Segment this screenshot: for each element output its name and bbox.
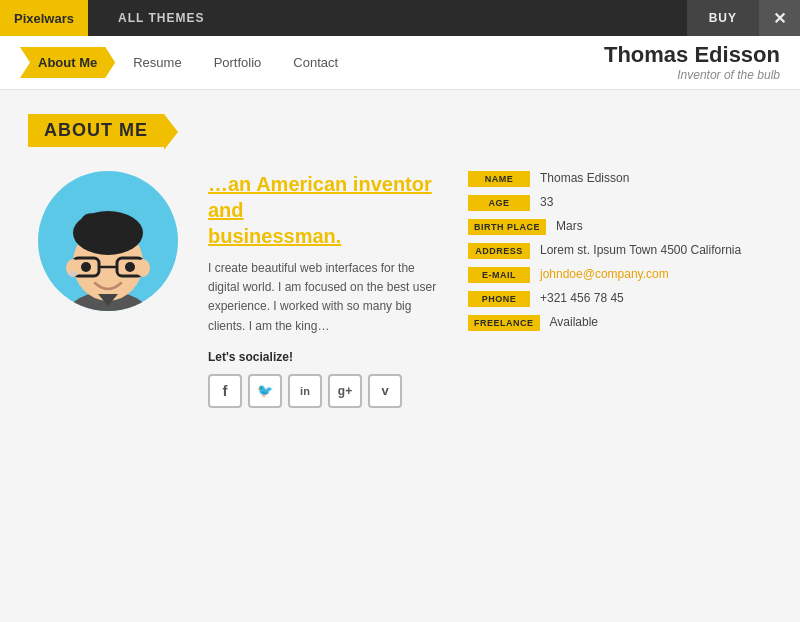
svg-point-10	[125, 262, 135, 272]
brand-logo[interactable]: Pixelwars	[0, 0, 88, 36]
info-value-birthplace: Mars	[556, 219, 583, 233]
top-bar-right: BUY ✕	[687, 0, 800, 36]
info-label-e-mail: E-MAIL	[468, 267, 530, 283]
avatar-svg	[43, 181, 173, 311]
google-plus-icon[interactable]: g+	[328, 374, 362, 408]
tab-resume[interactable]: Resume	[117, 47, 197, 78]
info-value-e-mail: johndoe@company.com	[540, 267, 669, 281]
person-name: Thomas Edisson	[604, 43, 780, 67]
close-button[interactable]: ✕	[759, 0, 800, 36]
info-value-freelance: Available	[550, 315, 598, 329]
tab-contact[interactable]: Contact	[277, 47, 354, 78]
top-bar: Pixelwars ALL THEMES BUY ✕	[0, 0, 800, 36]
info-table: NAMEThomas EdissonAGE33BIRTH PLACEMarsAD…	[468, 171, 741, 408]
linkedin-icon[interactable]: in	[288, 374, 322, 408]
bio-headline-prefix: …an American inventor and	[208, 173, 432, 221]
svg-point-12	[136, 259, 150, 277]
info-value-address: Lorem st. Ipsum Town 4500 California	[540, 243, 741, 257]
avatar-wrap	[28, 171, 188, 408]
info-row: ADDRESSLorem st. Ipsum Town 4500 Califor…	[468, 243, 741, 259]
svg-point-9	[81, 262, 91, 272]
info-row: AGE33	[468, 195, 741, 211]
info-row: BIRTH PLACEMars	[468, 219, 741, 235]
buy-button[interactable]: BUY	[687, 0, 759, 36]
info-value-phone: +321 456 78 45	[540, 291, 624, 305]
nav-tabs: About Me Resume Portfolio Contact	[20, 47, 354, 78]
content-area: ABOUT ME	[0, 90, 800, 622]
socialize-label: Let's socialize!	[208, 350, 448, 364]
brand-text: Pixelwars	[14, 11, 74, 26]
avatar-circle	[38, 171, 178, 311]
bio-paragraph: I create beautiful web interfaces for th…	[208, 259, 448, 336]
vimeo-icon[interactable]: v	[368, 374, 402, 408]
person-subtitle: Inventor of the bulb	[604, 68, 780, 82]
all-themes-link[interactable]: ALL THEMES	[88, 11, 234, 25]
social-icons: f 🐦 in g+ v	[208, 374, 448, 408]
about-body: …an American inventor and businessman. I…	[28, 171, 772, 408]
person-info: Thomas Edisson Inventor of the bulb	[604, 43, 780, 81]
main-nav: About Me Resume Portfolio Contact Thomas…	[0, 36, 800, 90]
top-bar-left: Pixelwars ALL THEMES	[0, 0, 234, 36]
info-row: NAMEThomas Edisson	[468, 171, 741, 187]
section-title: ABOUT ME	[28, 114, 164, 147]
info-label-name: NAME	[468, 171, 530, 187]
bio-headline-highlight: businessman.	[208, 225, 341, 247]
info-label-phone: PHONE	[468, 291, 530, 307]
info-row: FREELANCEAvailable	[468, 315, 741, 331]
info-row: E-MAILjohndoe@company.com	[468, 267, 741, 283]
info-label-address: ADDRESS	[468, 243, 530, 259]
bio-section: …an American inventor and businessman. I…	[208, 171, 448, 408]
svg-point-13	[70, 271, 76, 277]
tab-about-me[interactable]: About Me	[20, 47, 115, 78]
info-label-age: AGE	[468, 195, 530, 211]
info-value-name: Thomas Edisson	[540, 171, 629, 185]
tab-portfolio[interactable]: Portfolio	[198, 47, 278, 78]
info-value-age: 33	[540, 195, 553, 209]
facebook-icon[interactable]: f	[208, 374, 242, 408]
info-label-birthplace: BIRTH PLACE	[468, 219, 546, 235]
info-row: PHONE+321 456 78 45	[468, 291, 741, 307]
bio-headline: …an American inventor and businessman.	[208, 171, 448, 249]
twitter-icon[interactable]: 🐦	[248, 374, 282, 408]
info-label-freelance: FREELANCE	[468, 315, 540, 331]
